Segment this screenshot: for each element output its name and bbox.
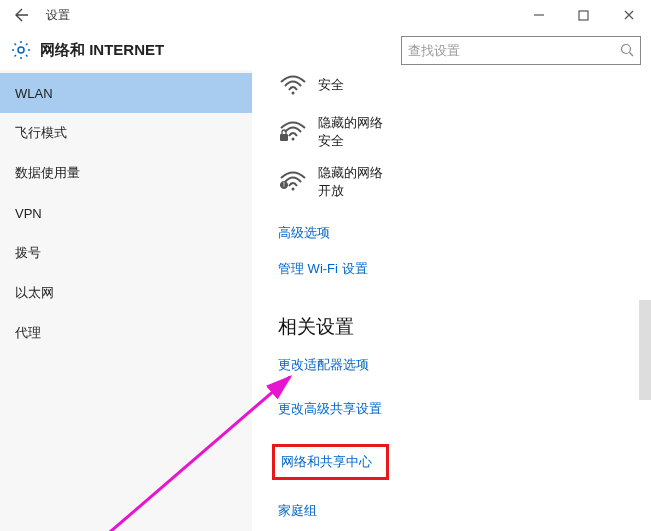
titlebar: 设置 xyxy=(0,0,651,30)
sidebar-item-label: 以太网 xyxy=(15,284,54,302)
sidebar-item-label: 飞行模式 xyxy=(15,124,67,142)
svg-line-8 xyxy=(26,55,28,57)
sidebar-item-wlan[interactable]: WLAN xyxy=(0,73,252,113)
sidebar-item-airplane-mode[interactable]: 飞行模式 xyxy=(0,113,252,153)
back-button[interactable] xyxy=(8,1,36,29)
related-links: 更改适配器选项 更改高级共享设置 网络和共享中心 家庭组 Windows 防火墙 xyxy=(278,356,651,531)
link-network-sharing-center[interactable]: 网络和共享中心 xyxy=(272,444,389,480)
wifi-secure-icon xyxy=(278,70,308,100)
sidebar-item-data-usage[interactable]: 数据使用量 xyxy=(0,153,252,193)
wifi-network-row[interactable]: 隐藏的网络 安全 xyxy=(278,114,651,150)
link-change-advanced-sharing[interactable]: 更改高级共享设置 xyxy=(278,400,382,418)
sidebar-item-label: VPN xyxy=(15,206,42,221)
wifi-hidden-open-icon: ! xyxy=(278,167,308,197)
maximize-button[interactable] xyxy=(561,0,606,30)
section-title-related: 相关设置 xyxy=(278,314,651,340)
search-icon xyxy=(620,43,634,57)
scrollbar[interactable] xyxy=(639,300,651,400)
wifi-network-text: 隐藏的网络 开放 xyxy=(318,164,383,200)
wifi-network-row[interactable]: ! 隐藏的网络 开放 xyxy=(278,164,651,200)
svg-text:!: ! xyxy=(283,181,285,188)
settings-gear-icon xyxy=(10,39,32,61)
svg-point-2 xyxy=(18,47,24,53)
window-buttons xyxy=(516,0,651,30)
page-title: 网络和 INTERNET xyxy=(40,41,164,60)
maximize-icon xyxy=(578,10,589,21)
wifi-line1: 隐藏的网络 xyxy=(318,164,383,182)
sidebar-item-label: 代理 xyxy=(15,324,41,342)
link-homegroup[interactable]: 家庭组 xyxy=(278,502,317,520)
search-input[interactable] xyxy=(408,43,620,58)
svg-point-14 xyxy=(292,138,295,141)
body: WLAN 飞行模式 数据使用量 VPN 拨号 以太网 代理 xyxy=(0,70,651,531)
svg-point-11 xyxy=(622,45,631,54)
wifi-line1: 安全 xyxy=(318,76,344,94)
back-arrow-icon xyxy=(14,7,30,23)
svg-line-7 xyxy=(15,44,17,46)
sidebar-item-vpn[interactable]: VPN xyxy=(0,193,252,233)
svg-point-13 xyxy=(292,92,295,95)
wifi-network-text: 隐藏的网络 安全 xyxy=(318,114,383,150)
sidebar-item-proxy[interactable]: 代理 xyxy=(0,313,252,353)
sidebar-item-label: 数据使用量 xyxy=(15,164,80,182)
wifi-network-row[interactable]: 安全 xyxy=(278,70,651,100)
wifi-line1: 隐藏的网络 xyxy=(318,114,383,132)
minimize-button[interactable] xyxy=(516,0,561,30)
svg-line-12 xyxy=(630,53,634,57)
link-change-adapter[interactable]: 更改适配器选项 xyxy=(278,356,369,374)
svg-line-9 xyxy=(26,44,28,46)
wifi-line2: 开放 xyxy=(318,182,383,200)
link-manage-wifi[interactable]: 管理 Wi-Fi 设置 xyxy=(278,260,368,278)
link-advanced-options[interactable]: 高级选项 xyxy=(278,224,330,242)
sidebar-item-label: 拨号 xyxy=(15,244,41,262)
page-header: 网络和 INTERNET xyxy=(0,30,651,70)
sidebar-item-label: WLAN xyxy=(15,86,53,101)
minimize-icon xyxy=(533,9,545,21)
svg-point-16 xyxy=(292,188,295,191)
sidebar: WLAN 飞行模式 数据使用量 VPN 拨号 以太网 代理 xyxy=(0,70,252,531)
wifi-line2: 安全 xyxy=(318,132,383,150)
window-title: 设置 xyxy=(46,7,70,24)
close-button[interactable] xyxy=(606,0,651,30)
svg-line-10 xyxy=(15,55,17,57)
svg-rect-1 xyxy=(579,11,588,20)
wifi-hidden-secure-icon xyxy=(278,117,308,147)
sidebar-item-dialup[interactable]: 拨号 xyxy=(0,233,252,273)
wifi-network-text: 安全 xyxy=(318,76,344,94)
close-icon xyxy=(623,9,635,21)
sidebar-item-ethernet[interactable]: 以太网 xyxy=(0,273,252,313)
search-box[interactable] xyxy=(401,36,641,65)
main-content: 安全 隐藏的网络 安全 xyxy=(252,70,651,531)
svg-rect-15 xyxy=(280,134,288,141)
